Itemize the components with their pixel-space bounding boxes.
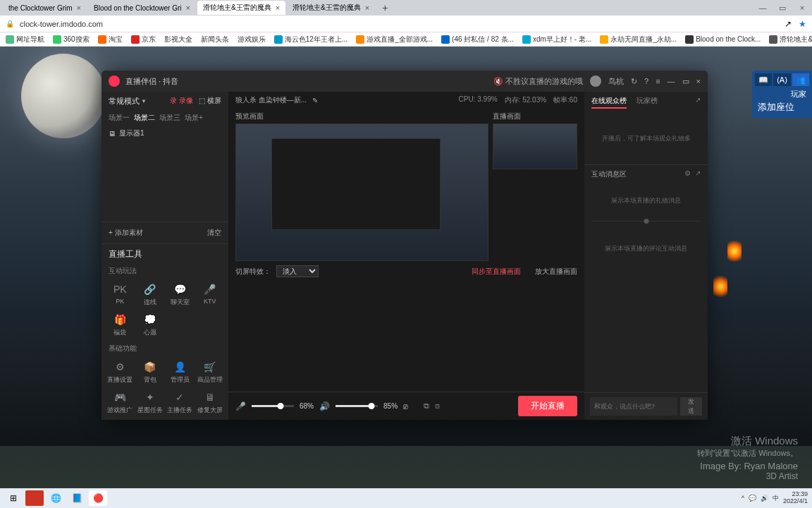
help-icon[interactable]: ? xyxy=(644,77,648,85)
volume-icon[interactable]: 🔊 xyxy=(761,495,768,502)
tool-chat[interactable]: 💬聊天室 xyxy=(166,280,195,309)
start-stream-button[interactable]: 开始直播 xyxy=(518,396,577,416)
signal-icon[interactable]: (A) xyxy=(773,73,790,86)
bookmark-item[interactable]: 新闻头条 xyxy=(201,35,229,44)
bookmark-item[interactable]: 海云色12年王者上... xyxy=(274,35,347,44)
clock[interactable]: 23:39 2022/4/1 xyxy=(783,491,808,505)
close-icon[interactable]: × xyxy=(696,77,701,85)
start-button[interactable]: ⊞ xyxy=(4,490,23,506)
taskbar-app[interactable] xyxy=(25,490,44,506)
tool-tasks[interactable]: ✓主播任务 xyxy=(166,388,195,417)
close-icon[interactable]: × xyxy=(276,4,280,12)
mixer-icon[interactable]: ⎚ xyxy=(403,402,408,411)
bookmark-item[interactable]: xdm早上好！- 老... xyxy=(522,35,591,44)
share-icon[interactable]: ↗ xyxy=(785,19,792,29)
speaker-slider[interactable] xyxy=(336,405,378,407)
maximize-icon[interactable]: ▭ xyxy=(773,4,792,13)
zoom-button[interactable]: 放大直播画面 xyxy=(535,267,577,277)
orientation-chip[interactable]: ⬚ 横屏 xyxy=(199,96,221,106)
scene-tab[interactable]: 场景一 xyxy=(109,113,130,123)
username[interactable]: 鸟杭 xyxy=(608,76,624,87)
browser-tab[interactable]: 滑轮地主&王雷的魔典× xyxy=(287,1,375,15)
close-icon[interactable]: × xyxy=(792,4,812,13)
bookmark-item[interactable]: 淘宝 xyxy=(98,35,123,44)
tab-audience[interactable]: 在线观众榜 xyxy=(591,96,627,109)
scene-tab-add[interactable]: 场景+ xyxy=(185,113,203,123)
minimize-icon[interactable]: — xyxy=(753,4,773,13)
chevron-up-icon[interactable]: ^ xyxy=(742,495,744,502)
lock-icon[interactable]: 🔒 xyxy=(6,20,14,28)
send-button[interactable]: 发送 xyxy=(680,397,702,416)
tool-pack[interactable]: 📦背包 xyxy=(136,358,165,387)
gear-icon[interactable]: ⚙ xyxy=(684,169,691,179)
taskbar-app[interactable]: 📘 xyxy=(68,490,86,506)
clear-button[interactable]: 清空 xyxy=(207,228,221,238)
bookmark-item[interactable]: 网址导航 xyxy=(6,35,44,44)
layout2-icon[interactable]: ⧈ xyxy=(435,401,440,411)
tool-goods[interactable]: 🛒商品管理 xyxy=(196,358,225,387)
bookmark-item[interactable]: 游戏娱乐 xyxy=(238,35,266,44)
tool-settings[interactable]: ⚙直播设置 xyxy=(106,358,135,387)
tool-admin[interactable]: 👤管理员 xyxy=(166,358,195,387)
new-tab-button[interactable]: + xyxy=(376,2,393,13)
speaker-icon[interactable]: 🔊 xyxy=(319,401,330,411)
close-icon[interactable]: × xyxy=(77,4,81,12)
bookmark-item[interactable]: (46 封私信 / 82 条... xyxy=(441,35,514,44)
tool-fix[interactable]: 🖥修复大屏 xyxy=(196,388,225,417)
tray-icon[interactable]: 💬 xyxy=(749,495,756,502)
divider[interactable] xyxy=(591,221,701,222)
bookmark-item[interactable]: 京东 xyxy=(131,35,156,44)
mic-icon[interactable]: 🎤 xyxy=(235,401,246,411)
bookmark-item[interactable]: 360搜索 xyxy=(53,35,90,44)
mode-selector[interactable]: 常规模式▼ 录 录像 ⬚ 横屏 xyxy=(102,92,228,110)
bookmark-item[interactable]: 永劫无间直播_永劫... xyxy=(600,35,677,44)
avatar[interactable] xyxy=(590,75,601,87)
popout-icon[interactable]: ↗ xyxy=(695,96,701,109)
chat-input[interactable] xyxy=(590,397,677,416)
tool-pk[interactable]: PKPK xyxy=(106,280,135,309)
close-icon[interactable]: × xyxy=(365,4,369,12)
game-name[interactable]: 狼人杀 血染钟楼—新... xyxy=(235,95,307,105)
sync-button[interactable]: 同步至直播画面 xyxy=(472,267,521,277)
scene-tab[interactable]: 场景三 xyxy=(159,113,180,123)
menu-icon[interactable]: ≡ xyxy=(656,77,660,85)
players-widget[interactable]: 📖 (A) 👥 玩家 添加座位 xyxy=(752,71,812,118)
url-field[interactable]: clock-tower.imdodo.com xyxy=(20,20,779,28)
tab-players[interactable]: 玩家榜 xyxy=(636,96,658,109)
bookmark-item[interactable]: Blood on the Clock... xyxy=(685,35,761,44)
close-icon[interactable]: × xyxy=(186,4,190,12)
tool-bag[interactable]: 🎁福袋 xyxy=(106,310,135,339)
tool-ktv[interactable]: 🎤KTV xyxy=(196,280,225,309)
tool-game[interactable]: 🎮游戏推广 xyxy=(106,388,135,417)
add-seat-label[interactable]: 添加座位 xyxy=(755,99,809,115)
tool-wish[interactable]: 💭心愿 xyxy=(136,310,165,339)
add-source-button[interactable]: + 添加素材 xyxy=(109,228,143,238)
browser-tab[interactable]: the Clocktower Grim× xyxy=(3,1,87,15)
tool-star[interactable]: ✦星图任务 xyxy=(136,388,165,417)
live-canvas[interactable] xyxy=(493,123,577,169)
bookmark-item[interactable]: 游戏直播_全部游戏... xyxy=(356,35,433,44)
minimize-icon[interactable]: — xyxy=(668,77,675,85)
source-item[interactable]: 🖥 显示器1 xyxy=(102,126,228,141)
players-icon[interactable]: 👥 xyxy=(792,73,809,86)
bookmark-star-icon[interactable]: ★ xyxy=(799,19,806,29)
record-chip[interactable]: 录 录像 xyxy=(170,96,193,106)
bookmark-item[interactable]: 影视大全 xyxy=(164,35,192,44)
browser-tab-active[interactable]: 滑轮地主&王雷的魔典× xyxy=(197,1,285,15)
bookmark-item[interactable]: 滑轮地主&王雷的... xyxy=(769,35,812,44)
tool-connect[interactable]: 🔗连线 xyxy=(136,280,165,309)
pencil-icon[interactable]: ✎ xyxy=(312,97,318,104)
ime-icon[interactable]: 中 xyxy=(773,494,779,503)
effect-select[interactable]: 淡入 xyxy=(276,265,319,277)
scene-tab[interactable]: 场景二 xyxy=(134,113,155,123)
refresh-icon[interactable]: ↻ xyxy=(631,77,637,86)
preview-canvas[interactable] xyxy=(235,123,488,261)
layout-icon[interactable]: ⧉ xyxy=(424,401,429,411)
mic-slider[interactable] xyxy=(252,405,294,407)
browser-tab[interactable]: Blood on the Clocktower Gri× xyxy=(88,1,196,15)
popout-icon[interactable]: ↗ xyxy=(695,169,701,179)
book-icon[interactable]: 📖 xyxy=(755,73,772,86)
taskbar-chrome[interactable]: 🌐 xyxy=(47,490,65,506)
taskbar-app-active[interactable]: 🔴 xyxy=(89,490,107,506)
maximize-icon[interactable]: ▭ xyxy=(682,77,689,86)
